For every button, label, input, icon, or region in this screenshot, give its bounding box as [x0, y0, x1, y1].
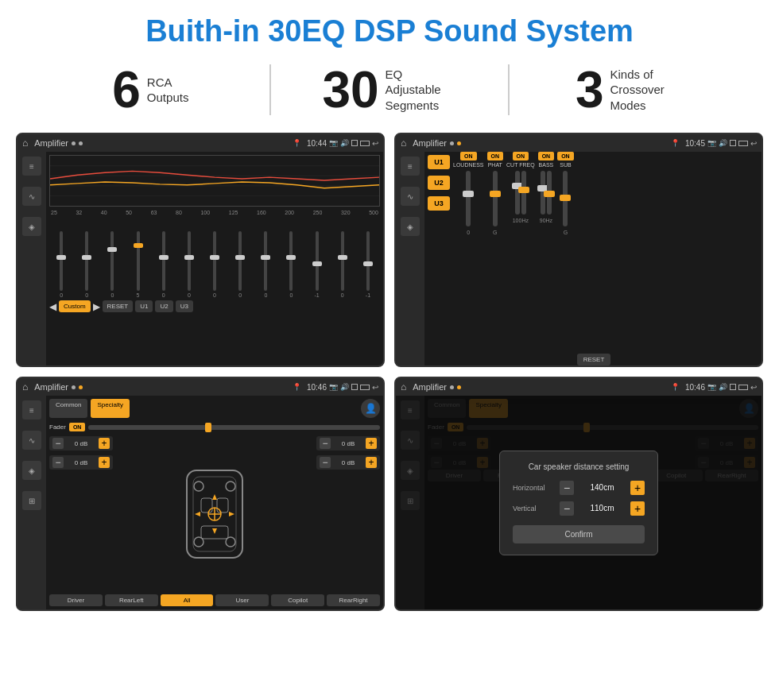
screen3-rearleft-btn[interactable]: RearLeft	[105, 594, 158, 606]
phat-slider[interactable]	[493, 171, 498, 226]
screen2-wave-icon[interactable]: ∿	[401, 187, 420, 206]
screen2-u3-btn[interactable]: U3	[428, 196, 450, 211]
screen2-reset-btn[interactable]: RESET	[577, 354, 611, 365]
screen3-fader-label: Fader	[49, 423, 66, 431]
screen3-vol3-plus[interactable]: +	[366, 438, 377, 449]
screen3-speaker-icon[interactable]: ◈	[22, 461, 41, 480]
eq-slider-9[interactable]: 0	[254, 231, 277, 298]
stat-eq-number: 30	[322, 64, 378, 115]
eq-u3-btn[interactable]: U3	[176, 300, 193, 312]
phat-on-btn[interactable]: ON	[487, 152, 504, 160]
screen3-fader-slider[interactable]	[88, 425, 380, 430]
screen3-home-icon[interactable]: ⌂	[22, 381, 28, 393]
eq-slider-13[interactable]: -1	[356, 231, 380, 298]
screen3-vol2-plus[interactable]: +	[99, 457, 110, 468]
screen2-u2-btn[interactable]: U2	[428, 176, 450, 190]
sub-slider[interactable]	[563, 171, 568, 226]
eq-custom-btn[interactable]: Custom	[59, 300, 91, 312]
stat-crossover-number: 3	[576, 64, 604, 115]
loudness-on-btn[interactable]: ON	[460, 152, 477, 160]
loudness-slider[interactable]	[466, 171, 471, 226]
screen3-eq-icon[interactable]: ≡	[22, 400, 41, 420]
eq-slider-4[interactable]: 5	[126, 231, 149, 298]
bass-label: BASS	[539, 162, 554, 168]
screen3-back-icon[interactable]: ↩	[372, 383, 378, 392]
screen3-tab-specialty[interactable]: Specialty	[91, 399, 129, 418]
screen3-vol3-minus[interactable]: −	[320, 438, 331, 449]
screen1-left-icons: ≡ ∿ ◈	[17, 152, 46, 365]
eq-u2-btn[interactable]: U2	[155, 300, 172, 312]
screen4-home-icon[interactable]: ⌂	[401, 381, 406, 393]
eq-slider-5[interactable]: 0	[152, 231, 176, 298]
screen1-location-icon: 📍	[293, 139, 301, 147]
dialog-vertical-plus[interactable]: +	[630, 501, 645, 516]
cutfreq-on-btn[interactable]: ON	[513, 152, 529, 160]
screen1-eq-icon[interactable]: ≡	[22, 157, 41, 176]
screen3-fader: ⌂ Amplifier 📍 10:46 📷 🔊 ↩ ≡ ∿ ◈ ⊞	[16, 377, 385, 611]
eq-u1-btn[interactable]: U1	[135, 300, 153, 312]
eq-slider-12[interactable]: 0	[331, 231, 355, 298]
screen1-sq-icon	[351, 140, 358, 146]
eq-slider-8[interactable]: 0	[228, 231, 252, 298]
screen3-wave-icon[interactable]: ∿	[22, 431, 41, 450]
screen3-vol3-val: 0 dB	[333, 440, 363, 447]
screen2-eq-icon[interactable]: ≡	[401, 157, 420, 176]
bass-on-btn[interactable]: ON	[538, 152, 555, 160]
screen3-user-btn[interactable]: User	[215, 594, 269, 606]
screen2-speaker-icon[interactable]: ◈	[401, 217, 420, 236]
screen3-all-btn[interactable]: All	[161, 594, 214, 606]
dialog-confirm-button[interactable]: Confirm	[513, 525, 645, 543]
eq-bottom-bar: ◀ Custom ▶ RESET U1 U2 U3	[49, 298, 380, 315]
screen3-fader-on-btn[interactable]: ON	[69, 423, 86, 431]
screen1-wave-icon[interactable]: ∿	[22, 187, 41, 206]
sub-on-btn[interactable]: ON	[557, 152, 574, 160]
screen3-vol-row-1: − 0 dB +	[49, 436, 113, 451]
screen3-vol2-minus[interactable]: −	[52, 457, 64, 468]
screen3-bottom-btns: Driver RearLeft All User Copilot RearRig…	[49, 594, 380, 606]
screen3-fader-row: Fader ON	[49, 423, 380, 431]
screen3-vol4-plus[interactable]: +	[366, 457, 377, 468]
screen3-rearright-btn[interactable]: RearRight	[327, 594, 380, 606]
screen4-vol-icon: 🔊	[719, 383, 727, 391]
cutfreq-slider-g[interactable]	[521, 171, 526, 215]
dialog-vertical-value: 110cm	[577, 504, 627, 512]
eq-slider-11[interactable]: -1	[305, 231, 329, 298]
screen3-driver-btn[interactable]: Driver	[49, 594, 103, 606]
screen3-tabs: Common Specialty 👤	[49, 399, 380, 418]
screen1-eq-main: 253240506380100125160200250320500 0 0 0 …	[46, 152, 383, 365]
screen3-vol1-plus[interactable]: +	[99, 438, 110, 449]
eq-reset-btn[interactable]: RESET	[103, 300, 134, 312]
eq-slider-10[interactable]: 0	[279, 231, 303, 298]
screen3-vol4-val: 0 dB	[333, 459, 363, 466]
eq-next-btn[interactable]: ▶	[93, 301, 100, 312]
screen2-back-icon[interactable]: ↩	[750, 139, 757, 148]
dialog-vertical-minus[interactable]: −	[560, 501, 574, 516]
screen1-back-icon[interactable]: ↩	[372, 139, 378, 148]
dialog-horizontal-plus[interactable]: +	[630, 481, 645, 495]
screen1-home-icon[interactable]: ⌂	[22, 137, 28, 149]
screen3-left-vol: − 0 dB + − 0 dB +	[49, 436, 113, 591]
eq-slider-7[interactable]: 0	[203, 231, 227, 298]
eq-slider-3[interactable]: 0	[100, 231, 124, 298]
stat-eq-label: EQ AdjustableSegments	[386, 67, 457, 114]
ctrl-sub: ON SUB G	[557, 152, 574, 365]
eq-graph	[49, 155, 380, 207]
screen3-tab-common[interactable]: Common	[49, 399, 87, 418]
screen4-back-icon[interactable]: ↩	[750, 383, 757, 392]
screen3-layout: − 0 dB + − 0 dB +	[49, 436, 380, 591]
screen3-expand-icon[interactable]: ⊞	[22, 491, 41, 510]
screen2-u1-btn[interactable]: U1	[428, 155, 450, 169]
cutfreq-label: CUT FREQ	[506, 162, 535, 168]
eq-prev-btn[interactable]: ◀	[49, 301, 56, 312]
screen3-vol4-minus[interactable]: −	[320, 457, 331, 468]
bass-slider-g[interactable]	[547, 171, 552, 215]
screen2-home-icon[interactable]: ⌂	[401, 137, 406, 149]
eq-slider-2[interactable]: 0	[75, 231, 99, 298]
eq-slider-6[interactable]: 0	[177, 231, 201, 298]
dialog-horizontal-minus[interactable]: −	[560, 481, 574, 495]
screen1-speaker-icon[interactable]: ◈	[22, 217, 41, 236]
screen3-vol1-minus[interactable]: −	[52, 438, 64, 449]
eq-slider-1[interactable]: 0	[49, 231, 73, 298]
screen3-copilot-btn[interactable]: Copilot	[271, 594, 324, 606]
stat-crossover: 3 Kinds ofCrossover Modes	[510, 64, 747, 115]
